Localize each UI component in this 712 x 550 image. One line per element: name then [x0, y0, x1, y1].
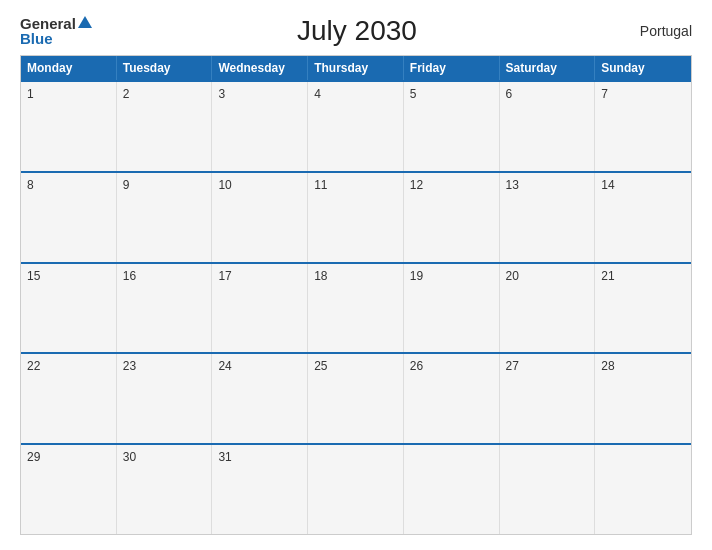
cal-cell: 29	[21, 445, 117, 534]
cal-cell: 10	[212, 173, 308, 262]
cal-cell: 8	[21, 173, 117, 262]
cal-cell: 23	[117, 354, 213, 443]
day-number: 3	[218, 87, 225, 101]
calendar-header-row: MondayTuesdayWednesdayThursdayFridaySatu…	[21, 56, 691, 80]
calendar-body: 1234567891011121314151617181920212223242…	[21, 80, 691, 534]
cal-cell	[595, 445, 691, 534]
calendar-title: July 2030	[92, 15, 622, 47]
day-number: 6	[506, 87, 513, 101]
cal-header-thursday: Thursday	[308, 56, 404, 80]
day-number: 10	[218, 178, 231, 192]
cal-cell: 11	[308, 173, 404, 262]
day-number: 22	[27, 359, 40, 373]
logo-general-text: General	[20, 16, 76, 31]
day-number: 19	[410, 269, 423, 283]
cal-week-5: 293031	[21, 443, 691, 534]
day-number: 2	[123, 87, 130, 101]
cal-cell: 26	[404, 354, 500, 443]
day-number: 24	[218, 359, 231, 373]
cal-header-sunday: Sunday	[595, 56, 691, 80]
cal-week-1: 1234567	[21, 80, 691, 171]
cal-header-friday: Friday	[404, 56, 500, 80]
day-number: 31	[218, 450, 231, 464]
cal-cell: 18	[308, 264, 404, 353]
cal-week-4: 22232425262728	[21, 352, 691, 443]
cal-cell: 3	[212, 82, 308, 171]
cal-cell: 7	[595, 82, 691, 171]
cal-week-3: 15161718192021	[21, 262, 691, 353]
day-number: 7	[601, 87, 608, 101]
cal-cell: 6	[500, 82, 596, 171]
cal-cell: 1	[21, 82, 117, 171]
day-number: 23	[123, 359, 136, 373]
day-number: 27	[506, 359, 519, 373]
cal-header-saturday: Saturday	[500, 56, 596, 80]
day-number: 14	[601, 178, 614, 192]
cal-cell: 25	[308, 354, 404, 443]
calendar: MondayTuesdayWednesdayThursdayFridaySatu…	[20, 55, 692, 535]
cal-header-monday: Monday	[21, 56, 117, 80]
day-number: 17	[218, 269, 231, 283]
day-number: 16	[123, 269, 136, 283]
cal-cell	[404, 445, 500, 534]
cal-cell	[500, 445, 596, 534]
day-number: 20	[506, 269, 519, 283]
day-number: 30	[123, 450, 136, 464]
cal-cell: 14	[595, 173, 691, 262]
day-number: 25	[314, 359, 327, 373]
day-number: 4	[314, 87, 321, 101]
cal-cell: 4	[308, 82, 404, 171]
cal-cell: 13	[500, 173, 596, 262]
day-number: 5	[410, 87, 417, 101]
header: General Blue July 2030 Portugal	[20, 15, 692, 47]
cal-cell: 16	[117, 264, 213, 353]
cal-cell: 17	[212, 264, 308, 353]
day-number: 12	[410, 178, 423, 192]
cal-cell: 15	[21, 264, 117, 353]
cal-cell: 2	[117, 82, 213, 171]
page: General Blue July 2030 Portugal MondayTu…	[0, 0, 712, 550]
cal-cell: 12	[404, 173, 500, 262]
day-number: 29	[27, 450, 40, 464]
day-number: 26	[410, 359, 423, 373]
cal-week-2: 891011121314	[21, 171, 691, 262]
country-label: Portugal	[622, 23, 692, 39]
cal-cell: 30	[117, 445, 213, 534]
cal-header-tuesday: Tuesday	[117, 56, 213, 80]
day-number: 1	[27, 87, 34, 101]
cal-cell: 20	[500, 264, 596, 353]
day-number: 11	[314, 178, 327, 192]
cal-cell	[308, 445, 404, 534]
cal-cell: 31	[212, 445, 308, 534]
cal-cell: 22	[21, 354, 117, 443]
cal-cell: 24	[212, 354, 308, 443]
day-number: 8	[27, 178, 34, 192]
logo-triangle-icon	[78, 16, 92, 28]
cal-cell: 27	[500, 354, 596, 443]
day-number: 18	[314, 269, 327, 283]
cal-cell: 21	[595, 264, 691, 353]
day-number: 28	[601, 359, 614, 373]
cal-cell: 9	[117, 173, 213, 262]
day-number: 21	[601, 269, 614, 283]
logo-blue-text: Blue	[20, 31, 53, 46]
cal-cell: 5	[404, 82, 500, 171]
logo: General Blue	[20, 16, 92, 46]
day-number: 15	[27, 269, 40, 283]
day-number: 9	[123, 178, 130, 192]
cal-cell: 19	[404, 264, 500, 353]
cal-cell: 28	[595, 354, 691, 443]
day-number: 13	[506, 178, 519, 192]
cal-header-wednesday: Wednesday	[212, 56, 308, 80]
